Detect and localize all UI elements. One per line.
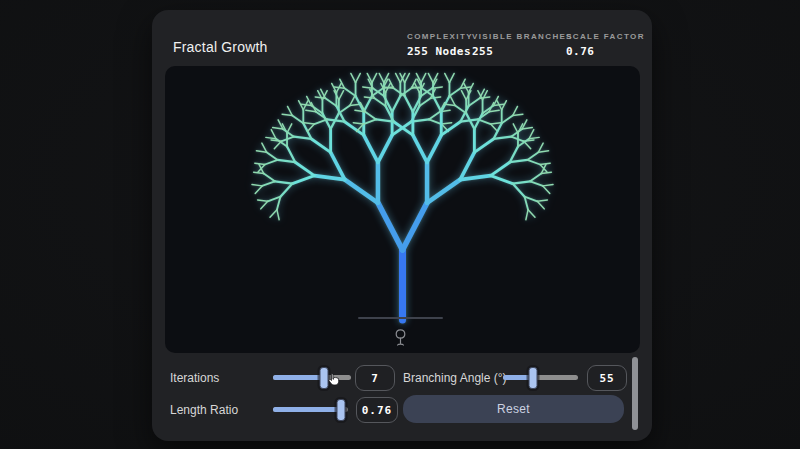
scrollbar-thumb[interactable] [632,357,638,430]
reset-button[interactable]: Reset [403,395,624,423]
stat-visible-branches-value: 255 [472,45,493,58]
stat-scale-factor-label: SCALE FACTOR [566,32,645,41]
ground-line [358,317,443,319]
branching-angle-slider[interactable] [503,375,578,380]
length-ratio-slider-fill [273,407,341,412]
iterations-label: Iterations [170,371,219,385]
branching-angle-label: Branching Angle (°) [403,371,507,385]
iterations-value-field[interactable]: 7 [355,365,395,391]
fractal-tree [165,66,640,353]
page-background: Fractal Growth COMPLEXITY 255 Nodes VISI… [0,0,800,449]
page-title: Fractal Growth [173,39,268,55]
stat-complexity-label: COMPLEXITY [407,32,473,41]
branching-angle-value-field[interactable]: 55 [587,365,627,391]
fractal-canvas [165,66,640,353]
stat-visible-branches-label: VISIBLE BRANCHES [472,32,573,41]
length-ratio-value-field[interactable]: 0.76 [356,397,398,423]
length-ratio-slider-thumb[interactable] [336,399,345,421]
stat-scale-factor-value: 0.76 [566,45,595,58]
stat-complexity-value: 255 Nodes [407,45,471,58]
iterations-slider[interactable] [273,375,351,380]
iterations-slider-thumb[interactable] [320,367,329,389]
tree-outline-icon [392,328,409,347]
length-ratio-slider[interactable] [273,407,348,412]
iterations-slider-fill [273,375,324,380]
length-ratio-label: Length Ratio [170,403,238,417]
branching-angle-slider-thumb[interactable] [529,367,538,389]
fractal-growth-card: Fractal Growth COMPLEXITY 255 Nodes VISI… [152,10,652,441]
